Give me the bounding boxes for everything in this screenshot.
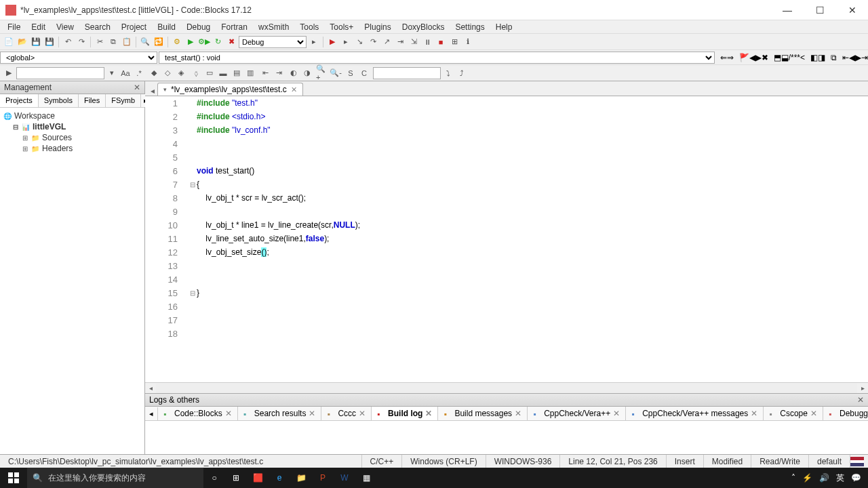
expander-icon[interactable]: ⊞ bbox=[22, 145, 28, 152]
open-icon[interactable]: 📂 bbox=[16, 36, 28, 48]
zoom-out-icon[interactable]: 🔍- bbox=[330, 67, 342, 79]
code-line[interactable]: 15⊟} bbox=[145, 286, 868, 300]
logs-tab-close-icon[interactable]: ✕ bbox=[515, 409, 521, 418]
volume-icon[interactable]: 🔊 bbox=[819, 473, 829, 483]
code-line[interactable]: 16 bbox=[145, 300, 868, 313]
build-target-select[interactable]: Debug bbox=[239, 36, 307, 48]
step-out-icon[interactable]: ↗ bbox=[380, 36, 393, 48]
block4-icon[interactable]: ▥ bbox=[244, 67, 256, 79]
comment2-icon[interactable]: *< bbox=[797, 53, 805, 62]
logs-tab-close-icon[interactable]: ✕ bbox=[751, 409, 757, 418]
panel-close-icon[interactable]: ✕ bbox=[134, 83, 140, 92]
logs-tab-close-icon[interactable]: ✕ bbox=[613, 409, 620, 418]
logs-tab-2[interactable]: ▪Cccc✕ bbox=[321, 407, 372, 420]
sidebar-tab-files[interactable]: Files bbox=[79, 94, 106, 107]
misc3-icon[interactable]: ⧉ bbox=[831, 53, 837, 62]
horizontal-scrollbar[interactable]: ◂ ▸ bbox=[145, 382, 868, 393]
code-line[interactable]: 9 bbox=[145, 205, 868, 218]
logs-tab-close-icon[interactable]: ✕ bbox=[225, 409, 232, 418]
code-line[interactable]: 4 bbox=[145, 137, 868, 150]
minimize-button[interactable]: — bbox=[777, 5, 797, 16]
sel-icon[interactable]: ⎀ bbox=[190, 67, 202, 79]
logs-tab-5[interactable]: ▪CppCheck/Vera++✕ bbox=[528, 407, 626, 420]
rebuild-icon[interactable]: ↻ bbox=[212, 36, 224, 48]
code-line[interactable]: 10 lv_obj_t * line1 = lv_line_create(scr… bbox=[145, 218, 868, 232]
goto2-icon[interactable]: ⤴ bbox=[456, 67, 468, 79]
codeblocks-taskbar-icon[interactable]: ▦ bbox=[355, 468, 377, 488]
code-line[interactable]: 13 bbox=[145, 259, 868, 272]
taskbar-search[interactable]: 🔍 在这里输入你要搜索的内容 bbox=[27, 468, 203, 488]
maximize-button[interactable]: ☐ bbox=[810, 5, 830, 16]
sidebar-tab-symbols[interactable]: Symbols bbox=[39, 94, 79, 107]
paste-icon[interactable]: 📋 bbox=[121, 36, 133, 48]
find-icon[interactable]: 🔍 bbox=[139, 36, 151, 48]
app-icon-1[interactable]: 🟥 bbox=[247, 468, 269, 488]
menu-search[interactable]: Search bbox=[80, 21, 115, 33]
stop-debug-icon[interactable]: ■ bbox=[435, 36, 447, 48]
nav-back-icon[interactable]: ⇐ bbox=[720, 53, 727, 62]
code-line[interactable]: 12 lv_obj_set_size(); bbox=[145, 245, 868, 259]
run-cursor-icon[interactable]: ▸ bbox=[340, 36, 352, 48]
logs-scroll-left-icon[interactable]: ◂ bbox=[145, 407, 158, 420]
save-all-icon[interactable]: 💾 bbox=[43, 36, 56, 48]
menu-wxsmith[interactable]: wxSmith bbox=[254, 21, 294, 33]
lang-flag-icon[interactable] bbox=[850, 457, 864, 466]
tab-scroll-left-icon[interactable]: ◂ bbox=[148, 86, 157, 96]
info-icon[interactable]: ℹ bbox=[462, 36, 474, 48]
logs-tab-8[interactable]: ▪Debugger✕ bbox=[823, 407, 868, 420]
logs-tab-close-icon[interactable]: ✕ bbox=[810, 409, 817, 418]
close-button[interactable]: ✕ bbox=[842, 5, 863, 16]
menu-build[interactable]: Build bbox=[153, 21, 180, 33]
toggle2-icon[interactable]: ◑ bbox=[301, 67, 313, 79]
run-icon[interactable]: ▶ bbox=[184, 36, 197, 48]
menu-debug[interactable]: Debug bbox=[182, 21, 215, 33]
code-line[interactable]: 14 bbox=[145, 272, 868, 286]
menu-plugins[interactable]: Plugins bbox=[359, 21, 395, 33]
doxy-icon[interactable]: ⬒ bbox=[774, 53, 781, 62]
outdent-icon[interactable]: ⇥ bbox=[273, 67, 285, 79]
menu-help[interactable]: Help bbox=[491, 21, 517, 33]
goto-icon[interactable]: ⤵ bbox=[442, 67, 454, 79]
logs-tab-6[interactable]: ▪CppCheck/Vera++ messages✕ bbox=[626, 407, 764, 420]
bookmark-next-icon[interactable]: ▶ bbox=[755, 53, 762, 62]
sidebar-tab-projects[interactable]: Projects bbox=[0, 94, 39, 107]
editor-tab[interactable]: ▾ *lv_examples\lv_apps\test\test.c ✕ bbox=[157, 83, 303, 96]
hl1-icon[interactable]: ◆ bbox=[148, 67, 160, 79]
notification-icon[interactable]: 💬 bbox=[851, 473, 861, 483]
step-into-icon[interactable]: ↘ bbox=[353, 36, 366, 48]
menu-view[interactable]: View bbox=[52, 21, 79, 33]
headers-folder[interactable]: ⊞ 📁 Headers bbox=[3, 143, 142, 154]
block1-icon[interactable]: ▭ bbox=[203, 67, 216, 79]
code-line[interactable]: 17 bbox=[145, 313, 868, 327]
search-go-icon[interactable]: ▶ bbox=[3, 67, 15, 79]
debug-windows-icon[interactable]: ⊞ bbox=[448, 36, 460, 48]
menu-fortran[interactable]: Fortran bbox=[216, 21, 252, 33]
code-line[interactable]: 6void test_start() bbox=[145, 164, 868, 178]
project-node[interactable]: ⊟ 📊 littleVGL bbox=[3, 121, 142, 132]
zoom-in-icon[interactable]: 🔍+ bbox=[316, 67, 328, 79]
code-line[interactable]: 2#include <stdio.h> bbox=[145, 110, 868, 123]
build-run-icon[interactable]: ⚙▶ bbox=[198, 36, 210, 48]
scope-func-select[interactable]: test_start() : void bbox=[159, 52, 715, 64]
logs-tab-0[interactable]: ▪Code::Blocks✕ bbox=[158, 407, 238, 420]
tray-up-icon[interactable]: ˄ bbox=[791, 473, 795, 483]
code-line[interactable]: 1#include "test.h" bbox=[145, 96, 868, 110]
chevron-down-icon[interactable]: ▾ bbox=[163, 86, 167, 93]
system-tray[interactable]: ˄ ⚡ 🔊 英 💬 bbox=[785, 472, 868, 484]
logs-tab-1[interactable]: ▪Search results✕ bbox=[238, 407, 322, 420]
s-icon[interactable]: S bbox=[344, 67, 357, 79]
bookmark-toggle-icon[interactable]: 🚩 bbox=[739, 53, 749, 62]
taskview-icon[interactable]: ⊞ bbox=[225, 468, 247, 488]
jump-fwd-icon[interactable]: ⇥ bbox=[861, 53, 868, 62]
menu-project[interactable]: Project bbox=[117, 21, 151, 33]
step-instr-icon[interactable]: ⇲ bbox=[408, 36, 420, 48]
toggle1-icon[interactable]: ◐ bbox=[288, 67, 300, 79]
scroll-right-icon[interactable]: ▸ bbox=[857, 384, 868, 392]
code-editor[interactable]: 1#include "test.h"2#include <stdio.h>3#i… bbox=[145, 96, 868, 382]
code-line[interactable]: 18 bbox=[145, 327, 868, 340]
scroll-left-icon[interactable]: ◂ bbox=[145, 384, 156, 392]
code-line[interactable]: 8 lv_obj_t * scr = lv_scr_act(); bbox=[145, 191, 868, 205]
sources-folder[interactable]: ⊞ 📁 Sources bbox=[3, 132, 142, 143]
search-input[interactable] bbox=[16, 67, 104, 79]
debug-continue-icon[interactable]: ▶ bbox=[326, 36, 338, 48]
